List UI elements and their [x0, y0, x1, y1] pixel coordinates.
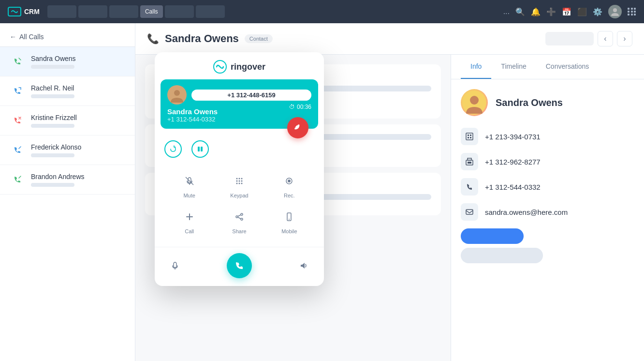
contact-email: sandra.owens@here.com	[485, 208, 568, 216]
svg-point-27	[241, 183, 242, 184]
caller-avatar	[167, 85, 187, 105]
sidebar: ← All Calls Sandra Owens	[0, 23, 135, 361]
info-primary-btn[interactable]	[461, 228, 524, 244]
phone-ring-icon: 📞	[147, 33, 159, 45]
call-list: Sandra Owens Rachel R. Neil	[0, 47, 135, 361]
rec-icon	[280, 172, 298, 190]
tab-timeline[interactable]: Timeline	[491, 55, 536, 79]
call-item-frederick[interactable]: Frederick Alonso	[0, 135, 135, 165]
popup-header: ringover	[155, 52, 324, 79]
add-call-action[interactable]: Call	[164, 203, 214, 239]
share-action[interactable]: Share	[214, 203, 264, 239]
info-tabs: Info Timeline Conversations	[451, 55, 644, 79]
call-item-brandon[interactable]: Brandon Andrews	[0, 165, 135, 195]
svg-point-20	[238, 178, 240, 180]
info-secondary-btn[interactable]	[461, 248, 543, 263]
call-icon-brandon	[10, 172, 25, 187]
add-icon[interactable]: ➕	[546, 7, 556, 16]
svg-rect-15	[198, 147, 200, 151]
call-timer: ⏱ 00:36	[289, 104, 311, 110]
contact-fax: +1 312-962-8277	[485, 158, 541, 166]
add-call-label: Call	[185, 228, 194, 234]
svg-point-23	[238, 180, 240, 182]
add-call-icon	[181, 208, 198, 226]
rec-action[interactable]: Rec.	[264, 167, 314, 203]
svg-line-35	[238, 215, 241, 216]
call-item-name-brandon: Brandon Andrews	[31, 173, 125, 180]
call-card-top: +1 312-448-6159	[167, 85, 311, 105]
content-area: 📞 Sandra Owens Contact ‹ ›	[135, 23, 644, 361]
svg-rect-10	[468, 162, 471, 164]
back-button[interactable]: ← All Calls	[10, 33, 44, 41]
apps-icon[interactable]: ⬛	[577, 7, 587, 16]
keypad-label: Keypad	[230, 193, 248, 198]
share-icon	[231, 208, 248, 226]
svg-point-25	[236, 183, 237, 184]
call-item-name-kristine: Kristine Frizzell	[31, 114, 125, 121]
top-nav: CRM Calls ... 🔍 🔔 ➕ 📅 ⬛ ⚙️	[0, 0, 644, 23]
keypad-action[interactable]: Keypad	[214, 167, 264, 203]
grid-icon[interactable]	[628, 8, 636, 15]
prev-button[interactable]: ‹	[598, 31, 613, 46]
svg-rect-6	[468, 137, 469, 138]
content-header: 📞 Sandra Owens Contact ‹ ›	[135, 23, 644, 55]
pause-button[interactable]	[191, 140, 209, 158]
svg-line-36	[238, 217, 241, 219]
info-panel: Info Timeline Conversations San	[451, 55, 644, 361]
user-avatar[interactable]	[608, 5, 622, 18]
phone-icon	[461, 178, 478, 196]
contact-badge: Contact	[245, 34, 273, 43]
svg-point-38	[289, 219, 290, 220]
call-item-rachel[interactable]: Rachel R. Neil	[0, 76, 135, 106]
mute-action[interactable]: Mute	[164, 167, 214, 203]
mobile-icon	[280, 208, 298, 226]
bell-icon[interactable]: 🔔	[531, 7, 541, 16]
mute-label: Mute	[183, 193, 195, 198]
mute-icon	[181, 172, 198, 190]
content-nav: ‹ ›	[545, 31, 632, 46]
contact-avatar	[461, 89, 488, 116]
svg-point-22	[236, 180, 237, 182]
nav-tab-6[interactable]	[196, 5, 225, 18]
contact-fax-row: +1 312-962-8277	[461, 153, 634, 170]
svg-rect-5	[470, 135, 471, 136]
nav-tab-1[interactable]	[47, 5, 76, 18]
app-logo: CRM	[8, 7, 40, 16]
mic-footer-icon[interactable]	[166, 257, 184, 274]
svg-point-33	[236, 216, 238, 218]
call-item-kristine[interactable]: Kristine Frizzell	[0, 106, 135, 135]
nav-tab-2[interactable]	[78, 5, 107, 18]
call-icon-kristine	[10, 113, 25, 128]
svg-point-2	[470, 96, 479, 105]
nav-tab-calls[interactable]: Calls	[140, 5, 163, 18]
email-icon	[461, 203, 478, 221]
active-call-card: +1 312-448-6159 Sandra Owens +1 312-544-…	[161, 79, 318, 129]
svg-point-26	[238, 183, 240, 184]
nav-tab-5[interactable]	[165, 5, 194, 18]
call-item-name-rachel: Rachel R. Neil	[31, 84, 125, 92]
back-label: All Calls	[19, 33, 44, 41]
nav-tab-3[interactable]	[109, 5, 138, 18]
main-layout: ← All Calls Sandra Owens	[0, 23, 644, 361]
tab-info[interactable]: Info	[461, 55, 491, 79]
call-item-sandra[interactable]: Sandra Owens	[0, 47, 135, 76]
contact-phone-office: +1 213-394-0731	[485, 133, 541, 141]
more-icon[interactable]: ...	[503, 7, 510, 16]
info-buttons	[461, 228, 634, 263]
end-call-button[interactable]	[287, 117, 308, 138]
contact-profile: Sandra Owens	[461, 89, 634, 116]
svg-point-24	[241, 180, 242, 182]
share-label: Share	[232, 228, 246, 234]
calendar-icon[interactable]: 📅	[562, 7, 571, 16]
call-item-sub-rachel	[31, 94, 74, 98]
mobile-action[interactable]: Mobile	[264, 203, 314, 239]
speaker-footer-icon[interactable]	[295, 257, 312, 274]
tab-conversations[interactable]: Conversations	[536, 55, 599, 79]
search-icon[interactable]: 🔍	[515, 7, 525, 16]
next-button[interactable]: ›	[617, 31, 632, 46]
recall-button[interactable]	[164, 140, 182, 158]
nav-right: ... 🔍 🔔 ➕ 📅 ⬛ ⚙️	[503, 5, 636, 18]
answer-call-button[interactable]	[227, 253, 252, 278]
settings-icon[interactable]: ⚙️	[593, 7, 602, 16]
call-icon-sandra	[10, 54, 25, 69]
